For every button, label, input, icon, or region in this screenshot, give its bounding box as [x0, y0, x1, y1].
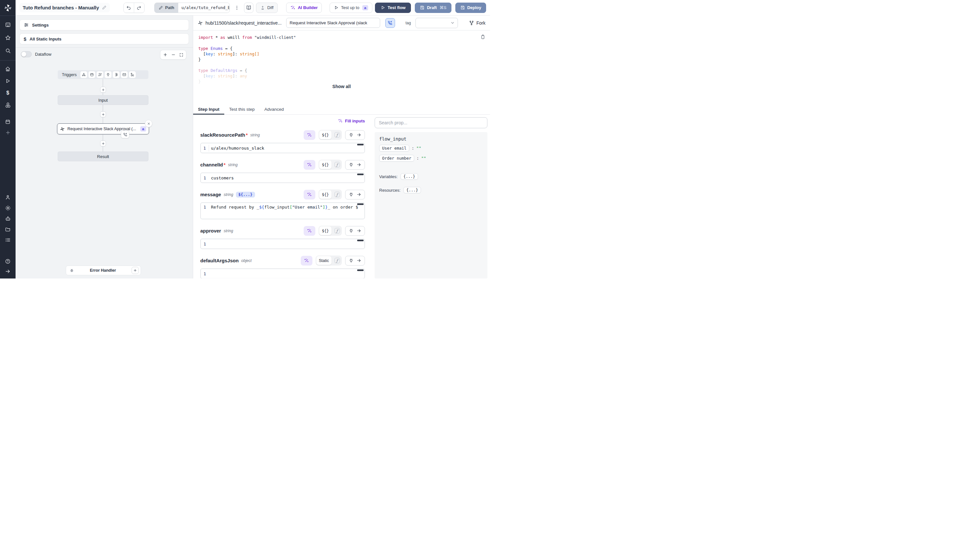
triggers-node[interactable]: Triggers [58, 70, 149, 79]
sidebar-item-variables[interactable]: $ [3, 88, 13, 98]
arrow-right-icon [356, 162, 361, 167]
test-up-to-button[interactable]: Test up to a [330, 3, 372, 13]
draft-button[interactable]: Draft ⌘S [415, 3, 451, 13]
tab-test-this-step[interactable]: Test this step [224, 104, 260, 114]
sidebar-item-ai[interactable] [3, 214, 13, 223]
ai-fill-button[interactable] [304, 226, 315, 236]
sidebar-item-schedules[interactable] [3, 117, 13, 126]
flow-title[interactable]: Tuto Refund branches - Manually [20, 3, 110, 12]
play-icon [381, 5, 385, 10]
template-mode-button[interactable]: ${} [319, 226, 332, 235]
more-menu-button[interactable] [232, 3, 242, 13]
hub-script-path[interactable]: hub/11500/slack/request_interactive... [206, 20, 282, 26]
help-button[interactable] [3, 257, 13, 266]
add-step-button[interactable] [100, 87, 106, 93]
approver-editor[interactable]: 1 [200, 239, 365, 249]
topbar: Tuto Refund branches - Manually Path Dif… [16, 0, 490, 16]
windmill-logo[interactable] [0, 0, 16, 16]
template-mode-button[interactable]: ${} [319, 190, 332, 199]
http-route-icon[interactable] [96, 71, 103, 78]
deploy-button[interactable]: Deploy [455, 3, 486, 13]
docs-button[interactable] [244, 3, 253, 13]
step-summary-input[interactable] [286, 18, 380, 28]
search-prop-input[interactable] [375, 117, 487, 128]
sidebar-item-folders[interactable] [3, 225, 13, 234]
sidebar-item-runs[interactable] [3, 77, 13, 85]
connect-input-button[interactable] [345, 256, 365, 265]
add-step-button[interactable] [100, 111, 106, 117]
tag-select[interactable] [415, 18, 458, 28]
template-mode-button[interactable]: ${} [319, 160, 332, 169]
javascript-mode-button[interactable]: ƒ [333, 256, 341, 265]
prop-order-number[interactable]: Order number [379, 155, 414, 161]
sidebar-item-audit-logs[interactable] [3, 235, 13, 244]
windmill-logo-icon [3, 3, 12, 12]
message-editor[interactable]: 1 Refund request by _${flow_input["User … [200, 202, 365, 219]
add-error-handler-button[interactable] [132, 267, 139, 274]
static-mode-button[interactable]: Static [316, 256, 332, 265]
kafka-icon[interactable] [113, 71, 119, 78]
scrollbar-thumb[interactable] [357, 269, 364, 271]
javascript-mode-button[interactable]: ƒ [333, 227, 341, 235]
test-flow-button[interactable]: Test flow [375, 3, 411, 13]
template-mode-button[interactable]: ${} [319, 130, 332, 139]
undo-button[interactable] [124, 3, 134, 13]
result-node[interactable]: Result [58, 151, 149, 161]
add-step-button[interactable] [100, 140, 106, 147]
connect-input-button[interactable] [345, 160, 365, 170]
email-icon[interactable] [121, 71, 128, 78]
webhook-icon[interactable] [80, 71, 87, 78]
schedule-icon[interactable] [88, 71, 95, 78]
slackResourcePath-editor[interactable]: 1 u/alex/humorous_slack [200, 143, 365, 153]
prop-user-email[interactable]: User email [379, 145, 409, 151]
connect-input-button[interactable] [345, 226, 365, 236]
error-handler-node[interactable]: Error Handler [66, 265, 141, 275]
sidebar-add-button[interactable] [3, 128, 13, 137]
ai-fill-button[interactable] [304, 130, 315, 140]
websocket-icon[interactable] [105, 71, 111, 78]
scrollbar-thumb[interactable] [357, 239, 364, 241]
scheduled-poll-icon[interactable] [129, 71, 136, 78]
expand-rail-button[interactable] [3, 267, 13, 276]
save-icon [460, 5, 465, 10]
input-node[interactable]: Input [58, 95, 149, 105]
remove-step-button[interactable] [145, 120, 152, 127]
connect-input-button[interactable] [345, 190, 365, 199]
path-input[interactable] [178, 3, 230, 13]
defaultArgsJson-editor[interactable]: 1 [200, 269, 365, 278]
diff-button[interactable]: Diff [256, 3, 278, 13]
scrollbar-thumb[interactable] [357, 144, 364, 145]
variables-expand-chip[interactable]: {...} [400, 173, 418, 180]
field-approver: approver string ${} ƒ [200, 226, 365, 249]
javascript-mode-button[interactable]: ƒ [333, 161, 341, 169]
ai-builder-button[interactable]: AI Builder [286, 3, 322, 13]
ai-fill-button[interactable] [304, 160, 315, 170]
javascript-mode-button[interactable]: ƒ [333, 131, 341, 139]
channelId-editor[interactable]: 1 customers [200, 173, 365, 183]
ai-fill-button[interactable] [301, 256, 312, 265]
sidebar-item-users[interactable] [3, 193, 13, 202]
scrollbar-thumb[interactable] [357, 174, 364, 175]
sidebar-item-resources[interactable] [3, 100, 13, 109]
tab-step-input[interactable]: Step Input [193, 104, 224, 114]
connect-input-button[interactable] [345, 130, 365, 140]
fill-inputs-button[interactable]: Fill inputs [338, 119, 365, 124]
sidebar-item-workspace[interactable] [3, 20, 13, 29]
suspend-approval-button[interactable] [385, 18, 395, 28]
scrollbar-thumb[interactable] [357, 204, 364, 205]
sidebar-item-favorites[interactable] [3, 33, 13, 42]
resources-expand-chip[interactable]: {...} [403, 187, 421, 193]
ai-fill-button[interactable] [304, 190, 315, 199]
sidebar-item-settings[interactable] [3, 204, 13, 212]
edit-title-icon[interactable] [102, 5, 107, 10]
show-all-button[interactable]: Show all [333, 84, 351, 89]
sidebar-item-home[interactable] [3, 64, 13, 73]
slack-approval-node[interactable]: Request Interactive Slack Approval (... … [57, 124, 149, 134]
sidebar-item-search[interactable] [3, 46, 13, 55]
javascript-mode-button[interactable]: ƒ [333, 191, 341, 199]
copy-code-button[interactable] [480, 34, 485, 39]
tab-advanced[interactable]: Advanced [260, 104, 289, 114]
redo-button[interactable] [134, 3, 144, 13]
path-edit-button[interactable]: Path [155, 3, 178, 13]
fork-button[interactable]: Fork [469, 20, 485, 26]
